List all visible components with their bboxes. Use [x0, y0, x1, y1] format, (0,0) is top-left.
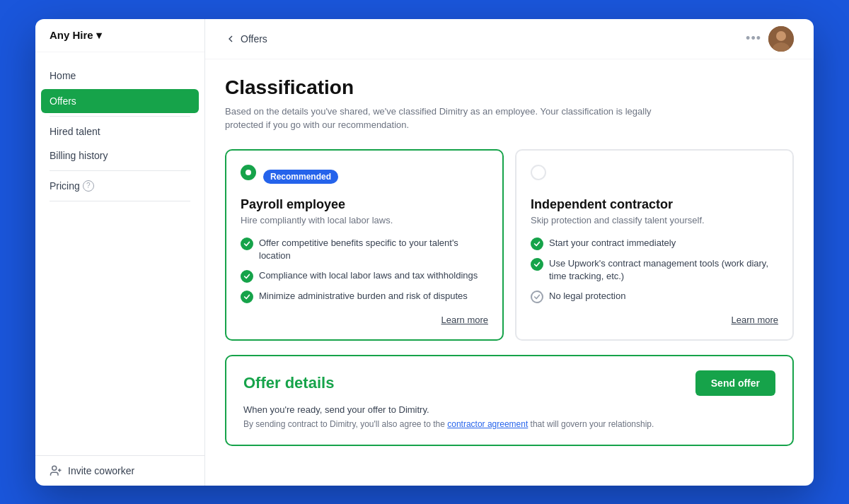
topbar: Offers ••• [205, 19, 814, 59]
payroll-feature-1: Offer competitive benefits specific to y… [241, 237, 488, 262]
checkmark-svg [243, 240, 250, 247]
contractor-feature-1: Start your contract immediately [531, 237, 778, 250]
contractor-card-title: Independent contractor [531, 197, 778, 212]
back-button[interactable]: Offers [225, 33, 267, 45]
offer-details-title: Offer details [243, 374, 334, 392]
pricing-label: Pricing [50, 180, 80, 192]
sidebar-header: Any Hire ▾ [35, 19, 204, 52]
contractor-check-2 [531, 258, 543, 271]
sidebar-item-home[interactable]: Home [35, 64, 204, 88]
svg-point-0 [52, 466, 57, 470]
avatar-image [768, 26, 794, 52]
contractor-check-1 [531, 238, 543, 250]
check-icon-3 [241, 291, 253, 303]
pricing-help-icon[interactable]: ? [83, 180, 94, 192]
payroll-radio[interactable] [241, 165, 256, 180]
payroll-feature-3: Minimize administrative burden and risk … [241, 290, 488, 303]
sidebar-item-invite-coworker[interactable]: Invite coworker [35, 455, 204, 486]
sidebar-divider-2 [50, 170, 190, 171]
check-icon-1 [241, 238, 253, 250]
back-arrow-icon [225, 33, 236, 45]
payroll-feature-3-text: Minimize administrative burden and risk … [259, 290, 468, 303]
contractor-radio[interactable] [531, 165, 546, 180]
contractor-features: Start your contract immediately Use Upwo… [531, 237, 778, 303]
contractor-feature-3-text: No legal protection [549, 290, 625, 303]
classification-cards: Recommended Payroll employee Hire compli… [225, 149, 794, 341]
payroll-learn-more[interactable]: Learn more [241, 315, 488, 325]
offer-text-post: that will govern your relationship. [528, 419, 654, 429]
invite-coworker-icon [50, 464, 62, 477]
checkmark-svg-4 [533, 240, 541, 247]
checkmark-svg-3 [243, 293, 250, 300]
app-container: Any Hire ▾ Home Offers Hired talent Bill… [35, 19, 814, 486]
contractor-radio-row [531, 165, 778, 189]
brand-chevron: ▾ [96, 29, 102, 42]
contractor-card-desc: Skip protection and classify talent your… [531, 215, 778, 225]
payroll-features: Offer competitive benefits specific to y… [241, 237, 488, 303]
invite-coworker-label: Invite coworker [68, 465, 134, 476]
left-sidebar: Any Hire ▾ Home Offers Hired talent Bill… [35, 19, 205, 486]
sidebar-item-pricing[interactable]: Pricing ? [35, 174, 204, 198]
svg-point-4 [776, 31, 786, 41]
page-title: Classification [225, 76, 794, 99]
right-panel: Offers ••• Classification Based [205, 19, 814, 486]
page-subtitle: Based on the details you've shared, we'v… [225, 105, 678, 132]
browser-window: Any Hire ▾ Home Offers Hired talent Bill… [35, 19, 814, 486]
brand-name: Any Hire [50, 29, 93, 41]
check-icon-2 [241, 270, 253, 283]
payroll-feature-1-text: Offer competitive benefits specific to y… [259, 237, 488, 262]
sidebar-item-hired-talent[interactable]: Hired talent [35, 119, 204, 143]
contractor-card[interactable]: Independent contractor Skip protection a… [515, 149, 794, 341]
more-menu-button[interactable]: ••• [746, 31, 761, 46]
contractor-check-3 [531, 291, 543, 303]
contractor-feature-2: Use Upwork's contract management tools (… [531, 257, 778, 283]
checkmark-svg-2 [243, 273, 250, 280]
back-label: Offers [241, 33, 267, 45]
sidebar-item-billing-history[interactable]: Billing history [35, 143, 204, 168]
user-avatar[interactable] [768, 26, 794, 52]
payroll-card-title: Payroll employee [241, 197, 488, 212]
offer-details-header: Offer details Send offer [243, 370, 775, 396]
contractor-learn-more[interactable]: Learn more [531, 315, 778, 325]
checkmark-svg-6 [533, 293, 541, 300]
offer-details-card: Offer details Send offer When you're rea… [225, 355, 794, 446]
offer-text-small: By sending contract to Dimitry, you'll a… [243, 418, 775, 430]
contractor-agreement-link[interactable]: contractor agreement [447, 419, 528, 429]
sidebar-divider-1 [50, 116, 190, 117]
recommended-badge: Recommended [263, 170, 338, 184]
payroll-card-desc: Hire compliantly with local labor laws. [241, 215, 488, 225]
main-content: Classification Based on the details you'… [205, 59, 814, 486]
send-offer-button[interactable]: Send offer [695, 370, 775, 396]
contractor-feature-3: No legal protection [531, 290, 778, 303]
payroll-employee-card[interactable]: Recommended Payroll employee Hire compli… [225, 149, 504, 341]
brand[interactable]: Any Hire ▾ [50, 29, 102, 42]
sidebar-nav: Home Offers Hired talent Billing history… [35, 52, 204, 455]
sidebar-divider-3 [50, 201, 190, 201]
offer-text: When you're ready, send your offer to Di… [243, 404, 775, 415]
contractor-feature-2-text: Use Upwork's contract management tools (… [549, 257, 778, 283]
offer-text-pre: By sending contract to Dimitry, you'll a… [243, 419, 447, 429]
payroll-feature-2-text: Compliance with local labor laws and tax… [259, 269, 478, 282]
contractor-feature-1-text: Start your contract immediately [549, 237, 676, 250]
payroll-feature-2: Compliance with local labor laws and tax… [241, 269, 488, 283]
sidebar-item-offers[interactable]: Offers [41, 89, 199, 113]
checkmark-svg-5 [533, 261, 541, 268]
card-radio-row: Recommended [241, 165, 488, 189]
